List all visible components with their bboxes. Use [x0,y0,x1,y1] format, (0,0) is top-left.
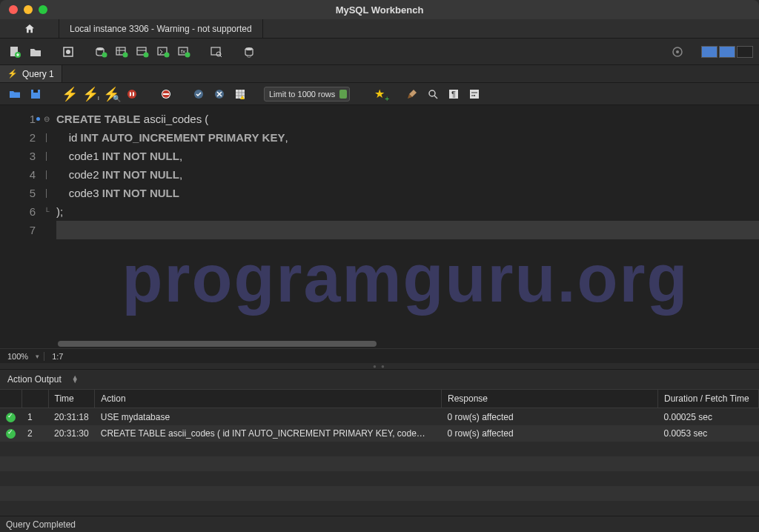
fold-toggle[interactable]: ⊖ [42,110,52,128]
open-sql-file-button[interactable] [27,43,44,61]
no-entry-icon [160,88,172,100]
connection-tab-bar: Local instance 3306 - Warning - not supp… [0,19,759,39]
maximize-window-button[interactable] [39,5,47,14]
output-table-header-row: Time Action Response Duration / Fetch Ti… [0,390,759,408]
create-schema-button[interactable] [92,43,110,61]
scrollbar-thumb[interactable] [58,341,377,347]
save-icon [30,88,42,100]
view-plus-icon [136,45,149,59]
panel-resize-handle[interactable]: ● ● [0,363,759,369]
folder-icon [9,88,21,100]
editor-toolbar: ⚡ ⚡I ⚡🔍 Limit to 1000 rows ★+ ¶ [0,83,759,105]
open-file-button[interactable] [7,87,22,102]
svg-rect-29 [163,93,169,95]
reconnect-button[interactable] [240,43,258,61]
col-action[interactable]: Action [95,390,442,408]
execute-button[interactable]: ⚡ [62,87,77,102]
check-circle-icon [193,88,205,100]
commit-button[interactable] [191,87,206,102]
limit-rows-dropdown[interactable]: Limit to 1000 rows [264,87,350,102]
proc-plus-icon [156,45,170,59]
grid-warn-icon [234,88,246,100]
left-panel-toggle[interactable] [701,46,717,58]
window-controls [9,5,47,14]
inspector-button[interactable] [59,43,77,61]
output-type-select[interactable]: Action Output [4,374,64,385]
right-panel-toggle[interactable] [737,46,753,58]
pilcrow-icon: ¶ [448,88,460,100]
stop-button[interactable] [125,87,139,102]
svg-point-4 [96,47,104,50]
zoom-level[interactable]: 100% [0,352,36,361]
output-table: Time Action Response Duration / Fetch Ti… [0,389,759,516]
output-header: Action Output ▲▼ [0,370,759,389]
svg-point-9 [123,52,128,57]
svg-point-33 [429,90,435,96]
explain-button[interactable]: ⚡🔍 [104,87,119,102]
connection-tab[interactable]: Local instance 3306 - Warning - not supp… [59,19,263,38]
rollback-button[interactable] [212,87,227,102]
favorite-button[interactable]: ★+ [372,87,387,102]
watermark: programguru.org [52,241,759,317]
toggle-autocommit-button[interactable] [159,87,173,102]
output-row[interactable]: 1 20:31:18 USE mydatabase 0 row(s) affec… [0,408,759,425]
bottom-panel-toggle[interactable] [719,46,735,58]
search-table-button[interactable] [208,43,225,61]
database-plus-icon [94,45,107,59]
panel-toggles [701,46,753,58]
create-view-button[interactable] [133,43,151,61]
minimize-window-button[interactable] [24,5,33,14]
home-button[interactable] [0,19,59,38]
col-status[interactable] [0,390,21,408]
execute-current-button[interactable]: ⚡I [83,87,98,102]
window-title: MySQL Workbench [0,4,759,16]
svg-rect-25 [33,90,38,93]
col-response[interactable]: Response [442,390,658,408]
bolt-icon: ⚡ [7,69,18,79]
home-icon [24,23,36,35]
titlebar: MySQL Workbench [0,0,759,19]
query-tab[interactable]: ⚡ Query 1 [0,65,62,82]
limit-rows-select[interactable]: Limit to 1000 rows [264,87,350,102]
svg-point-14 [165,52,170,57]
inspector-icon [62,45,75,59]
create-table-button[interactable] [113,43,130,61]
file-plus-icon [8,45,21,59]
toggle-wrap-button[interactable] [467,87,482,102]
broom-icon [406,88,418,100]
editor-body[interactable]: 1234567 ⊖ ││││└ CREATE TABLE ascii_codes… [0,105,759,339]
sort-arrows-icon[interactable]: ▲▼ [72,376,79,383]
query-tab-label: Query 1 [22,69,54,79]
find-button[interactable] [425,87,440,102]
create-function-button[interactable]: fx [175,43,193,61]
svg-point-5 [102,52,107,57]
x-circle-icon [213,88,225,100]
cursor-position: 1:7 [44,352,70,361]
editor-status-bar: 100% ▾ 1:7 [0,348,759,363]
toggle-invisible-button[interactable]: ¶ [446,87,461,102]
svg-line-34 [434,96,437,99]
output-row[interactable]: 2 20:31:30 CREATE TABLE ascii_codes ( id… [0,425,759,442]
col-duration[interactable]: Duration / Fetch Time [658,390,759,408]
svg-text:fx: fx [181,48,185,55]
save-file-button[interactable] [28,87,43,102]
main-toolbar: fx [0,39,759,65]
col-num[interactable] [21,390,48,408]
sql-editor: 1234567 ⊖ ││││└ CREATE TABLE ascii_codes… [0,105,759,363]
code-area[interactable]: CREATE TABLE ascii_codes ( id INT AUTO_I… [52,105,759,339]
db-refresh-icon [242,45,256,59]
svg-point-17 [185,52,190,57]
wrap-icon [468,88,480,100]
settings-button[interactable] [669,43,686,61]
svg-line-20 [220,56,222,57]
create-procedure-button[interactable] [154,43,172,61]
col-time[interactable]: Time [48,390,95,408]
stop-icon [126,88,138,100]
new-sql-tab-button[interactable] [6,43,24,61]
beautify-button[interactable] [405,87,420,102]
svg-point-21 [245,47,253,50]
output-panel: Action Output ▲▼ Time Action Response Du… [0,369,759,516]
horizontal-scrollbar[interactable] [0,339,759,348]
close-window-button[interactable] [9,5,18,14]
toggle-limit-button[interactable] [233,87,248,102]
